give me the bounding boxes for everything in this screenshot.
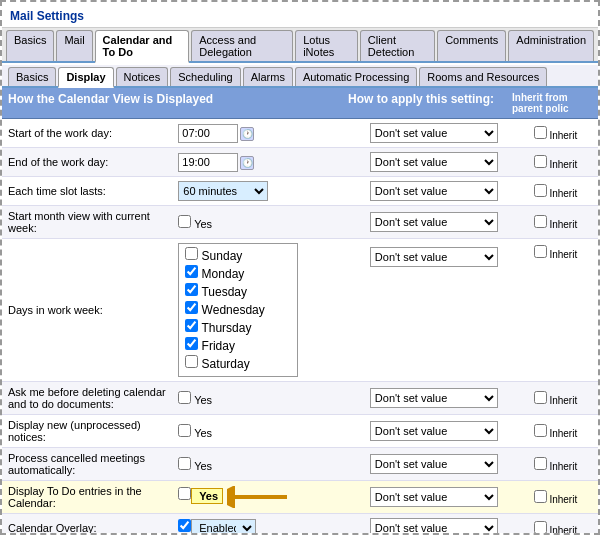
day-item[interactable]: Saturday	[185, 355, 291, 373]
inherit-cell: Inherit	[513, 119, 598, 148]
apply-cell: Don't set value	[364, 448, 513, 481]
day-checkbox[interactable]	[185, 301, 198, 314]
tab-primary-comments[interactable]: Comments	[437, 30, 506, 61]
yes-checkbox[interactable]	[178, 215, 191, 228]
day-item[interactable]: Tuesday	[185, 283, 291, 301]
tab-primary-administration[interactable]: Administration	[508, 30, 594, 61]
yes-label: Yes	[191, 488, 223, 504]
day-checkbox[interactable]	[185, 283, 198, 296]
tab-primary-basics[interactable]: Basics	[6, 30, 54, 61]
day-checkbox[interactable]	[185, 319, 198, 332]
tab-primary-client-detection[interactable]: Client Detection	[360, 30, 435, 61]
inherit-cell: Inherit	[513, 148, 598, 177]
inherit-checkbox[interactable]	[534, 215, 547, 228]
apply-select[interactable]: Don't set value	[370, 454, 498, 474]
row-label: Ask me before deleting calendar and to d…	[2, 382, 172, 415]
tab-secondary-notices[interactable]: Notices	[116, 67, 169, 86]
row-control: Sunday Monday Tuesday Wednesday Thursday…	[172, 239, 364, 382]
yes-label: Yes	[191, 394, 212, 406]
apply-select[interactable]: Don't set value	[370, 388, 498, 408]
yes-checkbox[interactable]	[178, 391, 191, 404]
inherit-checkbox[interactable]	[534, 155, 547, 168]
row-label: Days in work week:	[2, 239, 172, 382]
day-item[interactable]: Wednesday	[185, 301, 291, 319]
table-row: Start of the work day:🕐Don't set value I…	[2, 119, 598, 148]
tab-secondary-alarms[interactable]: Alarms	[243, 67, 293, 86]
tab-secondary-rooms-and-resources[interactable]: Rooms and Resources	[419, 67, 547, 86]
tab-primary-lotus-inotes[interactable]: Lotus iNotes	[295, 30, 358, 61]
day-item[interactable]: Friday	[185, 337, 291, 355]
tab-secondary-scheduling[interactable]: Scheduling	[170, 67, 240, 86]
apply-cell: Don't set value	[364, 481, 513, 514]
inherit-checkbox[interactable]	[534, 457, 547, 470]
yes-checkbox[interactable]	[178, 424, 191, 437]
col1-header: How the Calendar View is Displayed	[8, 92, 348, 114]
enabled-select[interactable]: Enabled	[191, 519, 256, 536]
row-control: Yes	[172, 415, 364, 448]
apply-select[interactable]: Don't set value	[370, 247, 498, 267]
table-row: Display To Do entries in the Calendar: Y…	[2, 481, 598, 514]
yes-checkbox[interactable]	[178, 487, 191, 500]
row-label: Each time slot lasts:	[2, 177, 172, 206]
row-label: Display To Do entries in the Calendar:	[2, 481, 172, 514]
row-control: 60 minutes	[172, 177, 364, 206]
day-checkbox[interactable]	[185, 355, 198, 368]
table-row: Each time slot lasts:60 minutesDon't set…	[2, 177, 598, 206]
day-item[interactable]: Thursday	[185, 319, 291, 337]
clock-icon[interactable]: 🕐	[240, 156, 254, 170]
inherit-label: Inherit	[547, 428, 578, 439]
time-input[interactable]	[178, 124, 238, 143]
inherit-checkbox[interactable]	[534, 245, 547, 258]
tab-secondary-automatic-processing[interactable]: Automatic Processing	[295, 67, 417, 86]
yes-label: Yes	[191, 218, 212, 230]
yes-checkbox[interactable]	[178, 457, 191, 470]
inherit-checkbox[interactable]	[534, 184, 547, 197]
title-text: Mail Settings	[10, 9, 84, 23]
tab-primary-access-and-delegation[interactable]: Access and Delegation	[191, 30, 293, 61]
apply-select[interactable]: Don't set value	[370, 212, 498, 232]
table-row: Process cancelled meetings automatically…	[2, 448, 598, 481]
inherit-cell: Inherit	[513, 448, 598, 481]
time-input[interactable]	[178, 153, 238, 172]
duration-select[interactable]: 60 minutes	[178, 181, 268, 201]
clock-icon[interactable]: 🕐	[240, 127, 254, 141]
tab-secondary-display[interactable]: Display	[58, 67, 113, 88]
table-row: Start month view with current week: YesD…	[2, 206, 598, 239]
day-item[interactable]: Sunday	[185, 247, 291, 265]
inherit-checkbox[interactable]	[534, 424, 547, 437]
day-checkbox[interactable]	[185, 337, 198, 350]
inherit-checkbox[interactable]	[534, 521, 547, 534]
day-checkbox[interactable]	[185, 265, 198, 278]
apply-select[interactable]: Don't set value	[370, 152, 498, 172]
apply-select[interactable]: Don't set value	[370, 487, 498, 507]
inherit-cell: Inherit	[513, 206, 598, 239]
apply-cell: Don't set value	[364, 119, 513, 148]
inherit-label: Inherit	[547, 130, 578, 141]
yes-label: Yes	[191, 427, 212, 439]
table-row: Calendar Overlay:EnabledDon't set value …	[2, 514, 598, 536]
tab-primary-calendar-and-to-do[interactable]: Calendar and To Do	[95, 30, 190, 63]
row-control: Yes	[172, 382, 364, 415]
enabled-checkbox[interactable]	[178, 519, 191, 532]
inherit-checkbox[interactable]	[534, 126, 547, 139]
apply-cell: Don't set value	[364, 239, 513, 382]
apply-select[interactable]: Don't set value	[370, 181, 498, 201]
apply-select[interactable]: Don't set value	[370, 421, 498, 441]
inherit-label: Inherit	[547, 525, 578, 536]
apply-select[interactable]: Don't set value	[370, 123, 498, 143]
day-checkbox[interactable]	[185, 247, 198, 260]
row-control: 🕐	[172, 119, 364, 148]
yes-label: Yes	[191, 460, 212, 472]
apply-select[interactable]: Don't set value	[370, 518, 498, 535]
tab-secondary-basics[interactable]: Basics	[8, 67, 56, 86]
inherit-label: Inherit	[547, 219, 578, 230]
inherit-checkbox[interactable]	[534, 490, 547, 503]
inherit-checkbox[interactable]	[534, 391, 547, 404]
col3-header: Inherit from parent polic	[512, 92, 592, 114]
secondary-tabs: BasicsDisplayNoticesSchedulingAlarmsAuto…	[2, 65, 598, 88]
arrow-annotation	[227, 486, 292, 508]
row-control: Enabled	[172, 514, 364, 536]
row-label: End of the work day:	[2, 148, 172, 177]
tab-primary-mail[interactable]: Mail	[56, 30, 92, 61]
day-item[interactable]: Monday	[185, 265, 291, 283]
